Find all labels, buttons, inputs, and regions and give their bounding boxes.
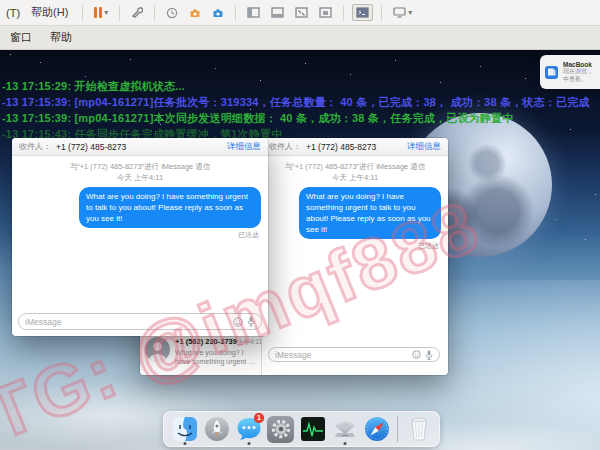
chevron-down-icon: ▾: [408, 8, 412, 17]
unity-button[interactable]: [316, 5, 335, 20]
imessage-intro: 与“+1 (772) 485-8273”进行 iMessage 通信: [12, 162, 268, 172]
delivery-status: 已送达: [262, 241, 439, 251]
chevron-down-icon: ▾: [104, 8, 108, 17]
snapshot-manager-icon: [212, 7, 224, 19]
dock-item-launchpad[interactable]: [203, 415, 230, 444]
menu-window[interactable]: 窗口: [10, 30, 32, 45]
chat-header: 收件人： +1 (772) 485-8273 详细信息: [12, 138, 268, 156]
pause-icon: [94, 7, 102, 18]
conversation-list-item[interactable]: +1 (562) 230-3739 上午4:11 What are you do…: [140, 334, 261, 369]
dock: 1: [163, 411, 440, 447]
notification-text: MacBook 现在浏览， 中查看。: [563, 61, 593, 83]
dock-item-system-preferences[interactable]: [267, 415, 294, 444]
recipient-number: +1 (772) 485-8273: [56, 142, 126, 152]
fullscreen-icon: [295, 7, 308, 18]
emoji-icon[interactable]: [412, 350, 421, 359]
installer-icon: [332, 416, 358, 442]
running-indicator: [247, 442, 250, 445]
message-input-bar: [18, 313, 262, 330]
dock-item-messages[interactable]: 1: [235, 415, 262, 444]
dock-item-trash[interactable]: [405, 415, 432, 444]
dock-item-activity-monitor[interactable]: [299, 415, 326, 444]
notification-line: 中查看。: [563, 76, 593, 84]
task-log-console: -13 17:15:29: 开始检查虚拟机状态... -13 17:15:39:…: [2, 78, 600, 142]
menu-help[interactable]: 帮助(H): [31, 5, 68, 20]
gear-icon: [270, 418, 292, 440]
details-link[interactable]: 详细信息: [227, 141, 261, 153]
system-preferences-tile: [267, 416, 294, 443]
external-display-button[interactable]: ▾: [390, 5, 415, 20]
recipient-number: +1 (772) 485-8273: [306, 142, 376, 152]
trash-icon: [408, 416, 430, 442]
vmware-toolbar: (T) 帮助(H) ▾: [0, 0, 600, 26]
conversation-preview: What are you doing? I have something urg…: [175, 348, 256, 366]
app-menubar: 窗口 帮助: [0, 26, 600, 50]
log-line: -13 17:15:29: 开始检查虚拟机状态...: [2, 78, 600, 94]
message-input[interactable]: [275, 350, 408, 360]
microphone-icon[interactable]: [425, 350, 433, 360]
revert-snapshot-button[interactable]: [186, 5, 204, 21]
notification-title: MacBook: [563, 61, 593, 68]
running-indicator: [183, 442, 186, 445]
conversation-name: +1 (562) 230-3739: [175, 337, 237, 346]
launchpad-icon: [204, 416, 230, 442]
log-line: -13 17:15:39: [mp04-161271]本次同步发送明细数据： 4…: [2, 110, 600, 126]
snapshot-revert-icon: [189, 7, 201, 19]
dock-item-safari[interactable]: [363, 415, 390, 444]
screen: (T) 帮助(H) ▾: [0, 0, 600, 450]
running-indicator: [343, 442, 346, 445]
bubble-row: What are you doing? I have something urg…: [12, 187, 268, 228]
toolbar-separator: [343, 5, 344, 21]
show-library-button[interactable]: [244, 5, 263, 20]
stars: [10, 54, 11, 55]
dock-divider: [397, 416, 398, 442]
thumbnail-bar-icon: [271, 7, 284, 18]
library-panel-icon: [247, 7, 260, 18]
toolbar-separator: [82, 5, 83, 21]
to-label: 收件人：: [269, 141, 301, 152]
microphone-icon[interactable]: [247, 316, 255, 327]
menu-tail[interactable]: (T): [6, 7, 20, 19]
emoji-icon[interactable]: [233, 317, 243, 327]
imessage-intro: 与“+1 (772) 485-8273”进行 iMessage 通信: [262, 162, 448, 172]
chat-header: 收件人： +1 (772) 485-8273 详细信息: [262, 138, 448, 156]
toolbar-separator: [381, 5, 382, 21]
bubble-row: What are you doing? I have something urg…: [262, 187, 448, 239]
fullscreen-button[interactable]: [292, 5, 311, 20]
console-view-button[interactable]: [352, 4, 373, 21]
menu-help[interactable]: 帮助: [50, 30, 72, 45]
chat-date: 今天 上午4:11: [262, 173, 448, 183]
tools-button[interactable]: [128, 5, 146, 21]
message-input-bar: [268, 347, 440, 362]
to-label: 收件人：: [19, 141, 51, 152]
toolbar-separator: [154, 5, 155, 21]
chat-area: 收件人： +1 (772) 485-8273 详细信息 与“+1 (772) 4…: [262, 138, 448, 375]
messages-badge: 1: [254, 413, 264, 423]
take-snapshot-button[interactable]: [163, 5, 181, 21]
pause-vm-button[interactable]: ▾: [91, 5, 111, 20]
finder-icon: [172, 416, 198, 442]
messages-compose-window: 收件人： +1 (772) 485-8273 详细信息 与“+1 (772) 4…: [12, 138, 268, 336]
notification-line: 现在浏览，: [563, 68, 593, 76]
conversation-meta: +1 (562) 230-3739 上午4:11 What are you do…: [175, 337, 256, 366]
delivery-status: 已送达: [12, 230, 259, 240]
details-link[interactable]: 详细信息: [407, 141, 441, 153]
message-input[interactable]: [25, 317, 229, 327]
dock-item-finder[interactable]: [171, 415, 198, 444]
toolbar-separator: [119, 5, 120, 21]
thumbnail-bar-button[interactable]: [268, 5, 287, 20]
safari-icon: [364, 416, 390, 442]
sent-message-bubble: What are you doing? I have something urg…: [299, 187, 441, 239]
avatar: [145, 337, 170, 362]
snapshot-manager-button[interactable]: [209, 5, 227, 21]
snapshot-clock-icon: [166, 7, 178, 19]
toolbar-separator: [235, 5, 236, 21]
chat-date: 今天 上午4:11: [12, 173, 268, 183]
macbook-icon: [544, 65, 559, 80]
external-display-icon: [393, 7, 406, 18]
macbook-notification[interactable]: MacBook 现在浏览， 中查看。: [540, 55, 600, 89]
person-icon: [145, 337, 170, 362]
dock-item-installer[interactable]: [331, 415, 358, 444]
log-line: -13 17:15:39: [mp04-161271]任务批次号：319334，…: [2, 94, 600, 110]
tools-icon: [131, 7, 143, 19]
